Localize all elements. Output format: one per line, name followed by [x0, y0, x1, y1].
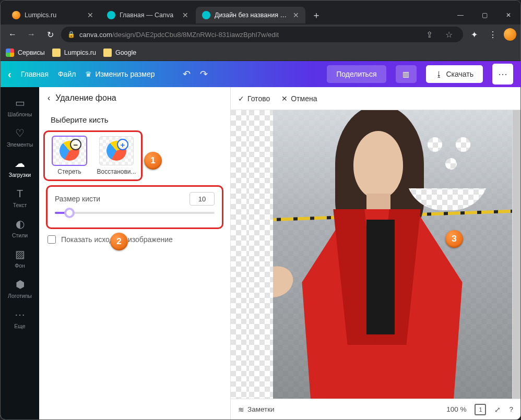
done-label: Готово [247, 94, 270, 103]
bookmark-star-icon[interactable]: ☆ [441, 27, 457, 42]
menu-dots-icon[interactable]: ⋮ [485, 27, 501, 42]
templates-icon: ▭ [14, 97, 26, 109]
check-icon: ✓ [238, 94, 244, 103]
notes-button[interactable]: ≋Заметки [238, 405, 275, 414]
tab-title: Главная — Canva [120, 11, 178, 19]
tab-canva-design[interactable]: Дизайн без названия — 1200 ✕ [196, 7, 305, 23]
zoom-level[interactable]: 100 % [446, 405, 466, 413]
menu-resize[interactable]: ♛Изменить размер [85, 70, 155, 78]
tab-close-icon[interactable]: ✕ [87, 11, 93, 19]
callout-1: 1 [144, 152, 162, 170]
folder-icon [103, 49, 112, 57]
menu-home[interactable]: Главная [21, 70, 49, 78]
done-button[interactable]: ✓Готово [238, 94, 270, 103]
callout-3: 3 [445, 230, 463, 248]
sidebar-label: Текст [13, 202, 27, 208]
show-original-row: Показать исходное изображение [48, 235, 222, 244]
bookmark-lumpics[interactable]: Lumpics.ru [52, 49, 96, 57]
sidebar-label: Элементы [7, 141, 33, 148]
bg-remove-panel: ‹ Удаление фона Выберите кисть − Стереть… [39, 87, 231, 419]
sidebar-label: Загрузки [9, 172, 31, 178]
favicon-canva [107, 11, 115, 19]
sidebar-item-background[interactable]: ▨Фон [1, 243, 39, 273]
bookmark-google[interactable]: Google [103, 49, 136, 57]
sidebar-label: Стили [12, 232, 28, 238]
share-button[interactable]: Поделиться [327, 65, 386, 83]
vertical-scrollbar[interactable] [512, 110, 520, 399]
menu-resize-label: Изменить размер [95, 70, 155, 78]
canvas-body[interactable]: 3 [231, 110, 520, 399]
sidebar-item-templates[interactable]: ▭Шаблоны [1, 91, 39, 122]
brush-erase[interactable]: − Стереть [49, 136, 90, 175]
tab-close-icon[interactable]: ✕ [293, 11, 299, 19]
bookmarks-bar: Сервисы Lumpics.ru Google [1, 44, 520, 61]
brush-size-box: Размер кисти 10 2 [46, 185, 223, 229]
sidebar-item-text[interactable]: TТекст [1, 182, 39, 212]
more-icon: ⋯ [14, 308, 26, 321]
sidebar-label: Шаблоны [8, 111, 32, 117]
window-minimize[interactable]: ― [448, 6, 472, 24]
canvas-area: ✓Готово ✕Отмена [231, 87, 520, 419]
sidebar-item-styles[interactable]: ◐Стили [1, 212, 39, 243]
canva-toolbar: ‹ Главная Файл ♛Изменить размер ↶ ↷ Поде… [1, 61, 520, 87]
notes-label: Заметки [247, 405, 275, 413]
brush-size-value[interactable]: 10 [190, 192, 215, 206]
nav-forward-button[interactable]: → [23, 27, 39, 42]
slider-thumb[interactable] [64, 208, 75, 218]
redo-button[interactable]: ↷ [200, 68, 208, 80]
cancel-label: Отмена [291, 94, 317, 103]
undo-button[interactable]: ↶ [183, 68, 191, 80]
elements-icon: ♡ [14, 127, 26, 139]
nav-back-button[interactable]: ← [5, 27, 20, 42]
download-label: Скачать [446, 70, 474, 78]
profile-avatar[interactable] [504, 28, 516, 41]
sidebar-item-elements[interactable]: ♡Элементы [1, 122, 39, 152]
download-button[interactable]: ⭳Скачать [426, 65, 483, 83]
menu-file[interactable]: Файл [58, 70, 76, 78]
photo-preview [231, 110, 520, 399]
uploads-icon: ☁ [14, 157, 26, 170]
tab-close-icon[interactable]: ✕ [182, 11, 188, 19]
choose-brush-label: Выберите кисть [51, 115, 222, 124]
panel-title: Удаление фона [55, 93, 116, 103]
tab-lumpics[interactable]: Lumpics.ru ✕ [6, 7, 100, 23]
sidebar-item-uploads[interactable]: ☁Загрузки [1, 152, 39, 182]
page-badge: 1 [475, 404, 486, 415]
back-arrow-icon[interactable]: ‹ [8, 68, 11, 80]
more-button[interactable]: ⋯ [492, 64, 513, 85]
notes-icon: ≋ [238, 405, 244, 414]
browser-toolbar: ← → ↻ 🔒 canva.com/design/DAE2pdcCbu8/8MZ… [1, 25, 520, 44]
show-original-checkbox[interactable] [48, 235, 56, 244]
brush-erase-label: Стереть [57, 168, 81, 175]
window-close[interactable]: ✕ [496, 6, 520, 24]
favicon-lumpics [12, 11, 20, 19]
text-icon: T [14, 187, 26, 200]
close-icon: ✕ [281, 94, 288, 103]
share-url-icon[interactable]: ⇪ [421, 27, 437, 42]
extensions-icon[interactable]: ✦ [466, 27, 482, 42]
sidebar-item-more[interactable]: ⋯Еще [1, 303, 39, 333]
window-maximize[interactable]: ▢ [472, 6, 496, 24]
bookmark-apps[interactable]: Сервисы [6, 49, 45, 57]
fullscreen-button[interactable]: ⤢ [494, 405, 501, 414]
stats-button[interactable]: ▥ [396, 65, 417, 83]
brush-size-slider[interactable] [55, 212, 215, 214]
address-bar[interactable]: 🔒 canva.com/design/DAE2pdcCbu8/8MZnRWci-… [61, 27, 463, 42]
sidebar-label: Логотипы [8, 293, 32, 299]
nav-reload-button[interactable]: ↻ [42, 27, 58, 42]
new-tab-button[interactable]: ＋ [306, 7, 326, 23]
page-count[interactable]: 1 [475, 404, 486, 415]
background-icon: ▨ [14, 248, 26, 260]
tab-canva-home[interactable]: Главная — Canva ✕ [101, 7, 195, 23]
brush-erase-thumb: − [52, 136, 87, 165]
bookmark-label: Google [115, 49, 136, 56]
brush-restore[interactable]: + Восстанови... [96, 136, 137, 175]
panel-header[interactable]: ‹ Удаление фона [48, 93, 222, 103]
bookmark-label: Lumpics.ru [64, 49, 96, 56]
sidebar-item-logos[interactable]: ⬢Логотипы [1, 273, 39, 303]
brush-picker: − Стереть + Восстанови... 1 [43, 130, 143, 181]
cancel-button[interactable]: ✕Отмена [281, 94, 317, 103]
brush-restore-thumb: + [99, 136, 134, 165]
help-button[interactable]: ? [509, 405, 513, 413]
url-host: canva.com [79, 31, 112, 39]
